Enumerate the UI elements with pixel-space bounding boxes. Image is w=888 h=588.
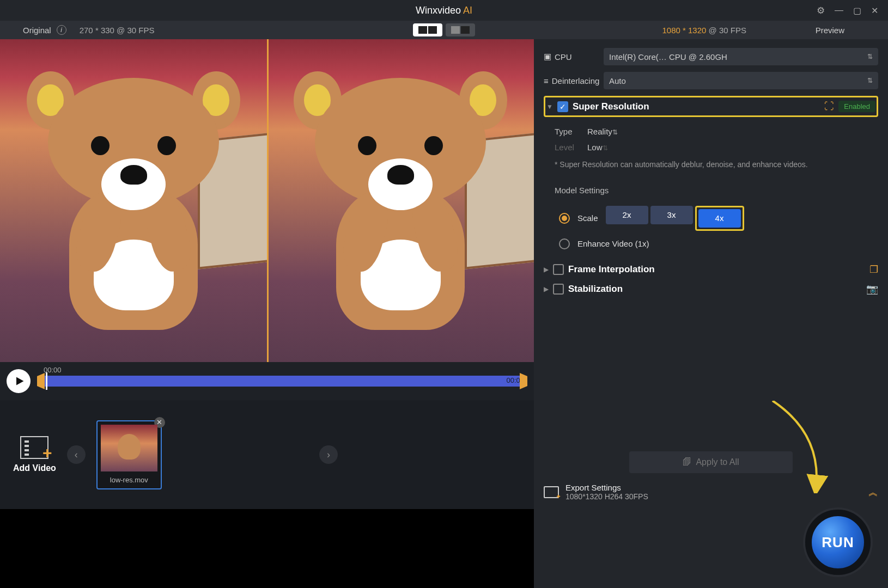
clip-item[interactable]: ✕ low-res.mov — [96, 420, 162, 489]
chevron-right-icon[interactable]: ▶ — [544, 266, 549, 273]
frames-icon: ❐ — [869, 264, 878, 275]
export-settings[interactable]: Export Settings 1080*1320 H264 30FPS ︽ — [544, 483, 878, 501]
apply-all-button[interactable]: 🗐 Apply to All — [629, 451, 793, 473]
trim-end-handle[interactable] — [520, 373, 527, 389]
compare-split-button[interactable] — [446, 23, 475, 36]
chevron-right-icon[interactable]: ▶ — [544, 285, 549, 293]
enhanced-pane — [267, 39, 534, 362]
enabled-badge: Enabled — [838, 101, 875, 112]
split-handle[interactable] — [267, 39, 269, 362]
output-dimensions: 1080 * 1320 @ 30 FPS — [662, 26, 746, 35]
clip-filename: low-res.mov — [110, 476, 148, 484]
source-dimensions: 270 * 330 @ 30 FPS — [80, 26, 155, 35]
enhance-radio[interactable] — [559, 238, 570, 249]
clips-prev-button[interactable]: ‹ — [67, 445, 86, 464]
original-label: Original — [23, 26, 51, 35]
apply-icon: 🗐 — [683, 457, 691, 467]
preview-label: Preview — [816, 26, 844, 35]
run-button[interactable]: RUN — [805, 510, 871, 575]
stabilization-checkbox[interactable] — [553, 284, 564, 295]
cpu-icon: ▣ — [544, 52, 551, 62]
scale-radio[interactable] — [559, 213, 570, 224]
timeline: 00:00 00:03 — [0, 362, 534, 400]
compare-mode-toggles — [413, 23, 475, 36]
original-pane — [0, 39, 267, 362]
export-icon — [544, 486, 559, 498]
model-settings-label: Model Settings — [555, 186, 878, 195]
maximize-icon[interactable]: ▢ — [853, 5, 861, 16]
settings-gear-icon[interactable]: ⚙ — [817, 5, 825, 16]
info-icon[interactable]: i — [57, 25, 66, 35]
level-select: Low⇅ — [587, 143, 878, 152]
super-resolution-section: ▼ ✓ Super Resolution ⛶ Enabled — [544, 96, 878, 117]
super-res-checkbox[interactable]: ✓ — [557, 101, 568, 112]
scale-2x-button[interactable]: 2x — [606, 206, 648, 224]
chevron-up-icon[interactable]: ︽ — [868, 486, 878, 499]
chevron-down-icon[interactable]: ▼ — [546, 103, 553, 111]
minimize-icon[interactable]: — — [835, 5, 843, 15]
expand-icon[interactable]: ⛶ — [824, 101, 834, 112]
add-video-icon: + — [20, 436, 48, 459]
add-video-button[interactable]: + Add Video — [13, 436, 56, 473]
playhead[interactable] — [46, 372, 47, 390]
camera-icon: 📷 — [866, 283, 878, 295]
preview-area — [0, 39, 534, 362]
timeline-track[interactable]: 00:03 — [37, 376, 527, 387]
clips-next-button[interactable]: › — [319, 445, 338, 464]
cpu-select[interactable]: Intel(R) Core(… CPU @ 2.60GH⇅ — [604, 48, 878, 65]
play-button[interactable] — [7, 369, 31, 393]
deinterlace-select[interactable]: Auto⇅ — [604, 72, 878, 89]
compare-side-button[interactable] — [413, 23, 442, 36]
super-res-hint: * Super Resolution can automatically deb… — [555, 160, 878, 170]
deinterlace-icon: ≡ — [544, 76, 549, 85]
scale-3x-button[interactable]: 3x — [650, 206, 693, 224]
clip-tray: + Add Video ‹ ✕ low-res.mov › — [0, 400, 534, 509]
type-select[interactable]: Reality⇅ — [587, 127, 878, 136]
info-bar: Original i 270 * 330 @ 30 FPS 1080 * 132… — [0, 21, 888, 39]
settings-panel: ▣CPU Intel(R) Core(… CPU @ 2.60GH⇅ ≡Dein… — [534, 39, 888, 588]
trim-start-handle[interactable] — [37, 373, 45, 389]
app-title: WinxvideoAI — [416, 5, 472, 16]
clip-thumbnail — [101, 425, 157, 471]
scale-4x-button[interactable]: 4x — [698, 209, 741, 228]
frame-interp-checkbox[interactable] — [553, 264, 564, 275]
close-icon[interactable]: ✕ — [871, 5, 878, 16]
title-bar: WinxvideoAI ⚙ — ▢ ✕ — [0, 0, 888, 21]
